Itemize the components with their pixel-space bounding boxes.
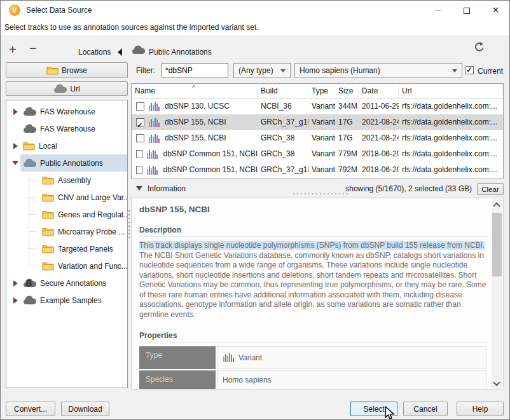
cloud-icon [23,107,36,116]
chevron-right-icon[interactable] [10,280,20,287]
scroll-up-icon[interactable] [493,202,500,209]
column-header-url[interactable]: Url [399,84,503,98]
vertical-splitter-handle[interactable] [128,210,130,238]
date-cell: 2011-06-29 [359,98,399,114]
row-checkbox[interactable] [136,150,142,158]
row-checkbox[interactable] [136,102,144,111]
track-name: dbSNP 155, NCBI [165,130,226,146]
current-checkbox[interactable] [465,66,474,74]
tree-connector [23,223,38,240]
type-dropdown[interactable]: (Any type) [233,63,291,78]
tree-item-local[interactable]: Local [6,137,127,154]
column-header-label: Build [261,86,278,95]
row-checkbox[interactable] [136,166,142,174]
folder-icon [42,261,54,271]
folder-icon [46,65,59,75]
select-data-source-dialog: V Select Data Source × Select tracks to … [0,0,510,420]
browse-button-label: Browse [62,66,87,75]
column-header-label: Date [362,86,378,95]
url-button[interactable]: Url [6,81,128,96]
information-label: Information [148,184,186,193]
table-row[interactable]: dbSNP Common 151, NCBIGRCh_37_g1kVariant… [132,162,503,178]
tree-connector [23,172,38,189]
titlebar[interactable]: V Select Data Source × [1,1,509,20]
minimize-button[interactable] [424,1,452,20]
tree-item-fas-warehouse[interactable]: FAS Warehouse [6,120,127,137]
tree-item-fas-warehouse[interactable]: FAS Warehouse [6,103,127,120]
browse-button[interactable]: Browse [6,62,128,78]
scroll-down-icon[interactable] [493,379,500,386]
chevron-right-icon[interactable] [10,297,20,304]
tree-item-secure-annotations[interactable]: Secure Annotations [6,274,127,292]
scrollbar-thumb[interactable] [492,213,502,276]
column-header-size[interactable]: Size [335,84,359,98]
url-cell: rfs://data.goldenhelix.com:... [399,146,503,162]
table-row[interactable]: dbSNP 155, NCBIGRCh_38Variant17G2021-08-… [132,130,503,146]
clear-button[interactable]: Clear [477,183,504,195]
tree-item-body: Microarray Probe ... [20,223,127,240]
tree-item-label: FAS Warehouse [40,107,95,116]
chevron-right-icon[interactable] [10,143,20,149]
tree-item-label: Secure Annotations [40,279,106,288]
table-header-row: Name^BuildTypeSizeDateUrl [132,84,503,98]
type-cell: Variant [308,146,335,162]
download-button[interactable]: Download [61,402,109,416]
scrollbar[interactable] [492,199,502,390]
chevron-down-icon[interactable] [10,161,20,165]
tree-item-label: Assembly [58,176,91,185]
table-row[interactable]: dbSNP Common 151, NCBIGRCh_38Variant779M… [132,146,503,162]
variant-track-icon [146,149,159,159]
table-row[interactable]: dbSNP 130, UCSCNCBI_36Variant344M2011-06… [132,98,503,114]
add-location-button[interactable]: + [9,43,17,57]
information-collapse-icon[interactable] [136,186,142,191]
refresh-icon[interactable] [474,41,485,55]
row-checkbox[interactable] [136,118,144,126]
variant-track-icon [148,133,161,144]
tree-item-targeted-panels[interactable]: Targeted Panels [6,240,127,257]
size-cell: 779M [335,146,359,162]
convert-button[interactable]: Convert... [6,402,55,416]
mouse-cursor [384,406,396,420]
tree-item-example-samples[interactable]: Example Samples [6,292,127,309]
type-cell: Variant [308,130,335,146]
column-header-date[interactable]: Date [359,84,399,98]
tree-item-assembly[interactable]: Assembly [6,172,127,189]
tree-item-label: Microarray Probe ... [58,227,125,236]
track-name: dbSNP 130, UCSC [165,98,230,114]
maximize-button[interactable] [452,1,481,20]
column-header-name[interactable]: Name^ [132,84,258,98]
tree-item-cnv-and-large-var[interactable]: CNV and Large Var... [6,189,127,206]
tree-item-microarray-probe[interactable]: Microarray Probe ... [6,223,127,240]
tree-item-variation-and-func[interactable]: Variation and Func... [6,257,127,274]
size-cell: 17G [335,114,359,130]
property-row-species: SpeciesHomo sapiens [139,370,486,390]
url-cell: rfs://data.goldenhelix.com:... [399,162,503,178]
collapse-locations-icon[interactable] [118,48,122,56]
cancel-button[interactable]: Cancel [403,402,448,416]
tree-item-body: Variation and Func... [20,257,128,274]
filter-label: Filter: [136,66,155,75]
table-row[interactable]: dbSNP 155, NCBIGRCh_37_g1kVariant17G2021… [132,114,503,130]
filter-input[interactable] [162,63,228,78]
column-header-label: Size [338,86,353,95]
column-header-type[interactable]: Type [308,84,335,98]
date-cell: 2018-06-20 [359,162,399,178]
size-cell: 792M [335,162,359,178]
track-name: dbSNP Common 151, NCBI [163,146,258,162]
tree-item-genes-and-regulat[interactable]: Genes and Regulat... [6,206,127,223]
property-key: Type [139,346,216,369]
help-button[interactable]: Help [457,402,504,416]
species-dropdown[interactable]: Homo sapiens (Human) [294,63,462,78]
column-header-build[interactable]: Build [258,84,308,98]
row-checkbox[interactable] [136,134,144,142]
close-button[interactable]: × [481,1,510,20]
chevron-right-icon[interactable] [10,109,20,115]
horizontal-splitter-handle[interactable] [293,193,348,194]
sort-ascending-icon: ^ [192,84,195,95]
tree-item-public-annotations[interactable]: Public Annotations [6,154,127,172]
lock-icon [25,280,32,288]
remove-location-button[interactable]: − [29,41,37,56]
url-button-label: Url [70,85,79,93]
track-title: dbSNP 155, NCBI [139,205,486,214]
description-rest: The NCBI Short Genetic Variations databa… [139,251,486,319]
